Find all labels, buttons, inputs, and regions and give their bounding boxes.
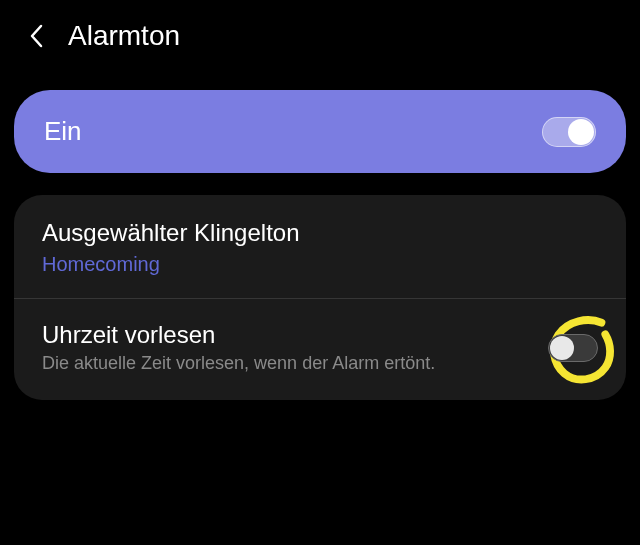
read-time-label: Uhrzeit vorlesen xyxy=(42,321,538,349)
read-time-setting: Uhrzeit vorlesen Die aktuelle Zeit vorle… xyxy=(14,299,626,400)
toggle-knob-icon xyxy=(550,336,574,360)
settings-card: Ausgewählter Klingelton Homecoming Uhrze… xyxy=(14,195,626,400)
page-title: Alarmton xyxy=(68,20,180,52)
read-time-text: Uhrzeit vorlesen Die aktuelle Zeit vorle… xyxy=(42,321,548,374)
read-time-description: Die aktuelle Zeit vorlesen, wenn der Ala… xyxy=(42,353,538,374)
back-icon[interactable] xyxy=(24,24,48,48)
master-toggle-switch[interactable] xyxy=(542,117,596,147)
read-time-toggle-switch[interactable] xyxy=(548,334,598,362)
alarm-sound-master-toggle[interactable]: Ein xyxy=(14,90,626,173)
toggle-knob-icon xyxy=(568,119,594,145)
ringtone-value: Homecoming xyxy=(42,253,598,276)
ringtone-setting[interactable]: Ausgewählter Klingelton Homecoming xyxy=(14,195,626,299)
master-toggle-label: Ein xyxy=(44,116,82,147)
header: Alarmton xyxy=(0,0,640,72)
ringtone-label: Ausgewählter Klingelton xyxy=(42,219,598,247)
